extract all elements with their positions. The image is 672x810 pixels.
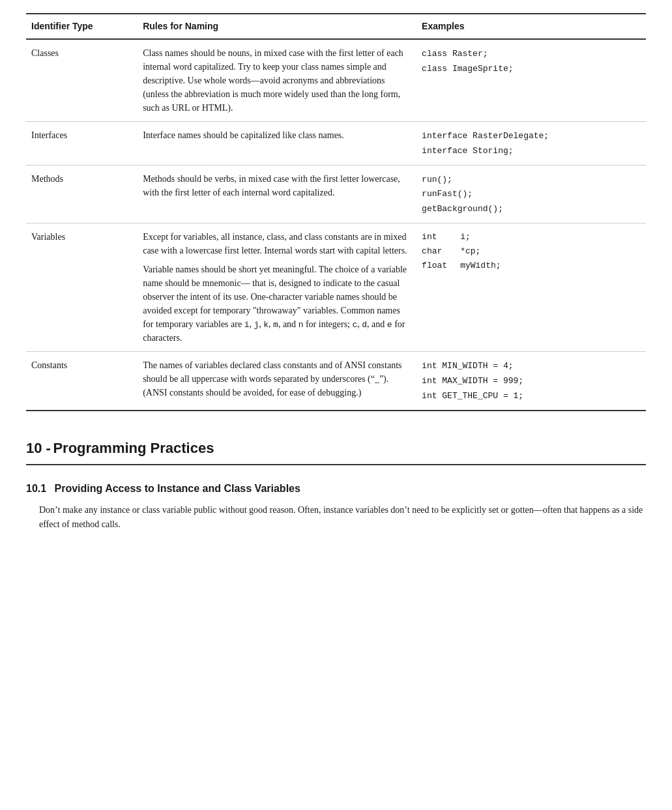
examples-variables: int i; char *cp; float myWidth;	[416, 223, 646, 352]
subsection-10-1-number: 10.1	[26, 483, 46, 494]
subsection-10-1-body: Don’t make any instance or class variabl…	[26, 503, 646, 531]
table-row-interfaces: Interfaces Interface names should be cap…	[26, 122, 646, 166]
examples-methods: run(); runFast(); getBackground();	[416, 165, 646, 223]
examples-interfaces: interface RasterDelegate; interface Stor…	[416, 122, 646, 166]
variables-para2: Variable names should be short yet meani…	[143, 257, 409, 345]
section-10-title: Programming Practices	[53, 440, 214, 456]
examples-constants: int MIN_WIDTH = 4; int MAX_WIDTH = 999; …	[416, 352, 646, 411]
naming-conventions-table: Identifier Type Rules for Naming Example…	[26, 13, 646, 411]
identifier-classes: Classes	[26, 39, 138, 122]
section-10-header: 10 - Programming Practices	[26, 437, 646, 465]
col-header-identifier: Identifier Type	[26, 14, 138, 39]
identifier-variables: Variables	[26, 223, 138, 352]
rules-interfaces: Interface names should be capitalized li…	[138, 122, 416, 166]
identifier-methods: Methods	[26, 165, 138, 223]
rules-classes: Class names should be nouns, in mixed ca…	[138, 39, 416, 122]
table-row-constants: Constants The names of variables declare…	[26, 352, 646, 411]
variables-para1: Except for variables, all instance, clas…	[143, 230, 409, 257]
identifier-interfaces: Interfaces	[26, 122, 138, 166]
subsection-10-1-title: Providing Access to Instance and Class V…	[49, 483, 300, 494]
table-row-classes: Classes Class names should be nouns, in …	[26, 39, 646, 122]
rules-methods: Methods should be verbs, in mixed case w…	[138, 165, 416, 223]
section-10-number: 10 -	[26, 440, 51, 456]
table-row-methods: Methods Methods should be verbs, in mixe…	[26, 165, 646, 223]
variables-code-example: int i; char *cp; float myWidth;	[422, 230, 501, 273]
identifier-constants: Constants	[26, 352, 138, 411]
subsection-10-1: 10.1 Providing Access to Instance and Cl…	[26, 481, 646, 531]
subsection-10-1-title-area: 10.1 Providing Access to Instance and Cl…	[26, 481, 646, 497]
col-header-examples: Examples	[416, 14, 646, 39]
rules-constants: The names of variables declared class co…	[138, 352, 416, 411]
examples-classes: class Raster; class ImageSprite;	[416, 39, 646, 122]
table-row-variables: Variables Except for variables, all inst…	[26, 223, 646, 352]
col-header-rules: Rules for Naming	[138, 14, 416, 39]
rules-variables: Except for variables, all instance, clas…	[138, 223, 416, 352]
